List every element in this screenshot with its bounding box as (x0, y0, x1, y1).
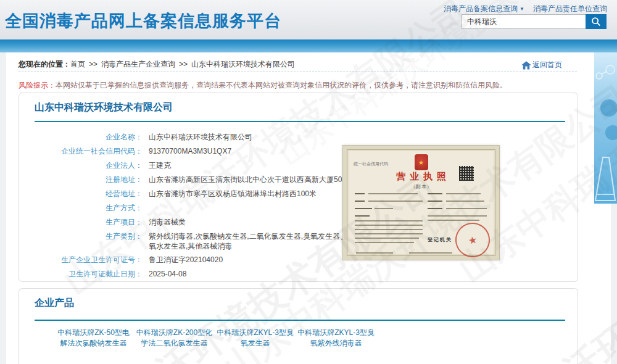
field-label: 生产企业卫生许可证号： (19, 253, 143, 265)
license-text-line (428, 215, 487, 217)
license-text-line (355, 238, 419, 239)
national-emblem-icon: ★ (415, 154, 428, 170)
field-row-company-name: 企业名称： 山东中科瑞沃环境技术有限公司 (19, 130, 578, 144)
license-text-line (355, 201, 365, 202)
product-link-zk200[interactable]: 中科瑞沃牌ZK-200型化学法二氧化氯发生器 (136, 328, 213, 349)
field-value: 山东省潍坊高新区玉清东街以北中心次干道以西高新大厦502房间 (149, 173, 361, 184)
search-input[interactable] (462, 14, 586, 29)
license-text-line (355, 242, 414, 243)
topbar-link-label: 消毒产品备案信息查询 (444, 4, 518, 14)
breadcrumb-divider (19, 72, 577, 72)
field-value: 山东省潍坊市寒亭区双杨店镇湖淋埠出村路西100米 (149, 187, 317, 199)
products-title: 企业产品 (35, 297, 74, 310)
field-label: 企业法人： (19, 159, 143, 171)
license-text-line (368, 201, 423, 202)
breadcrumb-current-company: 山东中科瑞沃环境技术有限公司 (191, 60, 295, 68)
breadcrumb: 您现在的位置：首页>>消毒产品生产企业查询>>山东中科瑞沃环境技术有限公司 (19, 59, 295, 70)
field-label: 企业统一社会信用代码： (19, 144, 143, 157)
breadcrumb-separator: >> (89, 60, 97, 68)
field-value: 消毒器械类 (149, 215, 186, 227)
license-text-line (355, 193, 365, 194)
field-label: 生产项目： (19, 215, 143, 228)
field-value: 山东中科瑞沃环境技术有限公司 (149, 130, 252, 142)
topbar: 消毒产品备案信息查询 ▼ 消毒产品责任单位查询 (444, 4, 607, 14)
page: 全国消毒产品网上备案信息服务平台 消毒产品备案信息查询 ▼ 消毒产品责任单位查询 (0, 0, 617, 364)
license-subtitle: （副 本） (347, 183, 495, 190)
products-panel: 企业产品 中科瑞沃牌ZK-50型电解法次氯酸钠发生器 中科瑞沃牌ZK-200型化… (19, 288, 578, 364)
field-label: 生产方式： (19, 201, 143, 213)
field-label: 企业名称： (19, 130, 143, 143)
search-bar (462, 14, 607, 29)
license-issuer-label: 登记机关 (428, 236, 452, 243)
product-link-zkyl3-ozone[interactable]: 中科瑞沃牌ZKYL-3型臭氧发生器 (217, 328, 294, 349)
business-license-image: 统一社会信用代码 ★ 营业执照 （副 本） (342, 145, 500, 260)
field-value: 91370700MA3M3U1QX7 (149, 144, 231, 156)
breadcrumb-separator: >> (179, 60, 188, 68)
field-row-license-expiry: 卫生许可证截止日期： 2025-04-08 (19, 267, 578, 281)
red-seal-stamp: ★ (452, 220, 493, 260)
breadcrumb-enterprise-query[interactable]: 消毒产品生产企业查询 (101, 60, 175, 68)
site-header: 全国消毒产品网上备案信息服务平台 消毒产品备案信息查询 ▼ 消毒产品责任单位查询 (0, 0, 617, 39)
topbar-link-label: 消毒产品责任单位查询 (533, 4, 607, 14)
return-home-label: 返回首页 (532, 60, 562, 70)
field-label: 卫生许可证截止日期： (19, 267, 143, 279)
license-text-line (409, 252, 452, 254)
field-value: 紫外线消毒器,次氯酸钠发生器,二氧化氯发生器,臭氧发生器、臭氧水发生器,其他器械… (149, 230, 355, 251)
license-text-line (446, 208, 487, 209)
risk-notice-text: 本网站仅基于已掌握的信息提供查询服务，查询结果不代表本网站对被查询对象信用状况的… (56, 81, 507, 89)
topbar-link-record-query[interactable]: 消毒产品备案信息查询 ▼ (444, 4, 524, 14)
license-text-line (355, 229, 423, 230)
qr-code (459, 166, 474, 181)
molecule-flask-graphic (594, 52, 617, 204)
risk-notice: 风险提示：本网站仅基于已掌握的信息提供查询服务，查询结果不代表本网站对被查询对象… (19, 80, 507, 91)
company-title: 山东中科瑞沃环境技术有限公司 (35, 101, 173, 114)
license-text-line (375, 208, 393, 209)
license-inner-border: 统一社会信用代码 ★ 营业执照 （副 本） (347, 149, 495, 256)
license-text-line (446, 201, 484, 202)
search-button[interactable] (586, 14, 607, 29)
license-text-line (355, 233, 423, 234)
license-text-line (356, 252, 393, 254)
product-link-zkyl3-uv[interactable]: 中科瑞沃牌ZKYL-3型臭氧紫外线消毒器 (297, 328, 375, 349)
risk-notice-label: 风险提示： (19, 81, 56, 89)
product-list: 中科瑞沃牌ZK-50型电解法次氯酸钠发生器 中科瑞沃牌ZK-200型化学法二氧化… (55, 328, 375, 349)
field-value: 王建克 (149, 159, 171, 170)
field-label: 生产类别： (19, 230, 143, 242)
site-title: 全国消毒产品网上备案信息服务平台 (5, 10, 281, 32)
section-rule (35, 121, 565, 122)
breadcrumb-prefix: 您现在的位置： (19, 60, 70, 68)
topbar-link-unit-query[interactable]: 消毒产品责任单位查询 (533, 4, 607, 14)
license-code-label: 统一社会信用代码 (354, 161, 388, 167)
chemistry-decoration-image (594, 52, 617, 204)
search-icon (590, 16, 602, 27)
license-text-line (368, 193, 418, 194)
field-value: 鲁卫消证字202104020 (149, 253, 223, 265)
return-home-link[interactable]: 返回首页 (521, 60, 562, 70)
chevron-down-icon: ▼ (520, 6, 524, 12)
license-text-line (428, 208, 442, 209)
license-text-line (428, 201, 442, 202)
field-label: 经营地址： (19, 187, 143, 199)
field-value: 2025-04-08 (149, 267, 186, 279)
field-label: 注册地址： (19, 173, 143, 185)
license-text-line (355, 225, 423, 226)
license-text-line (355, 220, 423, 221)
license-text-line (355, 208, 372, 209)
home-icon (521, 61, 531, 70)
license-text-line (428, 193, 442, 194)
header-divider-bar (0, 39, 617, 52)
product-link-zk50[interactable]: 中科瑞沃牌ZK-50型电解法次氯酸钠发生器 (55, 328, 132, 349)
breadcrumb-home[interactable]: 首页 (70, 60, 85, 68)
license-text-line (446, 193, 481, 194)
section-rule (35, 320, 565, 321)
license-text-line (355, 215, 370, 217)
license-text-line (428, 220, 479, 221)
